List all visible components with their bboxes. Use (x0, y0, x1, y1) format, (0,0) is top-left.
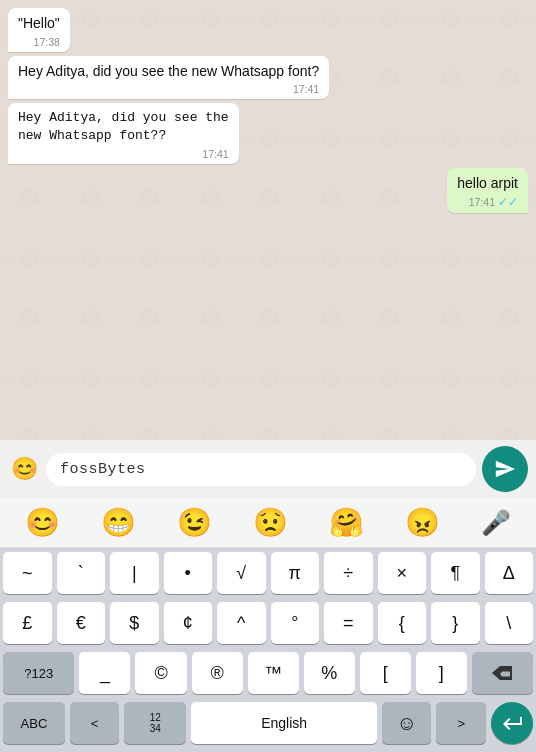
key-pi[interactable]: π (271, 552, 320, 594)
input-bar: 😊 (0, 439, 536, 498)
key-backslash[interactable]: \ (485, 602, 534, 644)
spacebar-key[interactable]: English (191, 702, 377, 744)
msg-text-1: "Hello" (18, 14, 60, 34)
backspace-key[interactable] (472, 652, 533, 694)
key-pound[interactable]: £ (3, 602, 52, 644)
key-tilde[interactable]: ~ (3, 552, 52, 594)
message-sent-1: hello arpit 17:41 ✓✓ (447, 168, 528, 214)
key-cent[interactable]: ¢ (164, 602, 213, 644)
msg-time-3: 17:41 (202, 148, 228, 160)
key-rbrace[interactable]: } (431, 602, 480, 644)
key-euro[interactable]: € (57, 602, 106, 644)
key-backtick[interactable]: ` (57, 552, 106, 594)
msg-time-2: 17:41 (293, 83, 319, 95)
key-underscore[interactable]: _ (79, 652, 130, 694)
key-gt[interactable]: > (436, 702, 486, 744)
keyboard-row-2: £ € $ ¢ ^ ° = { } \ (0, 598, 536, 648)
msg-ticks-1: ✓✓ (498, 195, 518, 209)
emoji-6[interactable]: 😠 (405, 506, 440, 539)
keyboard: ~ ` | • √ π ÷ × ¶ Δ £ € $ ¢ ^ ° = { } \ … (0, 548, 536, 752)
emoji-1[interactable]: 😊 (25, 506, 60, 539)
chat-area: "Hello" 17:38 Hey Aditya, did you see th… (0, 0, 536, 439)
keyboard-bottom-row: ABC < 1234 English ☺ > (0, 698, 536, 752)
enter-key[interactable] (491, 702, 533, 744)
key-delta[interactable]: Δ (485, 552, 534, 594)
key-lbrace[interactable]: { (378, 602, 427, 644)
message-received-2: Hey Aditya, did you see the new Whatsapp… (8, 56, 329, 100)
emoji-3[interactable]: 😉 (177, 506, 212, 539)
key-lbracket[interactable]: [ (360, 652, 411, 694)
msg-text-2: Hey Aditya, did you see the new Whatsapp… (18, 62, 319, 82)
key-num[interactable]: 1234 (124, 702, 186, 744)
key-dollar[interactable]: $ (110, 602, 159, 644)
key-degree[interactable]: ° (271, 602, 320, 644)
key-123[interactable]: ?123 (3, 652, 74, 694)
msg-time-sent-1: 17:41 (469, 196, 495, 208)
msg-text-3: Hey Aditya, did you see thenew Whatsapp … (18, 109, 229, 145)
key-copyright[interactable]: © (135, 652, 186, 694)
key-divide[interactable]: ÷ (324, 552, 373, 594)
message-received-1: "Hello" 17:38 (8, 8, 70, 52)
key-trademark[interactable]: ™ (248, 652, 299, 694)
key-abc[interactable]: ABC (3, 702, 65, 744)
key-lt[interactable]: < (70, 702, 120, 744)
emoji-button[interactable]: 😊 (8, 453, 40, 485)
key-pilcrow[interactable]: ¶ (431, 552, 480, 594)
keyboard-row-1: ~ ` | • √ π ÷ × ¶ Δ (0, 548, 536, 598)
key-pipe[interactable]: | (110, 552, 159, 594)
key-registered[interactable]: ® (192, 652, 243, 694)
key-times[interactable]: × (378, 552, 427, 594)
mic-button[interactable]: 🎤 (481, 509, 511, 537)
message-received-3: Hey Aditya, did you see thenew Whatsapp … (8, 103, 239, 163)
key-percent[interactable]: % (304, 652, 355, 694)
key-caret[interactable]: ^ (217, 602, 266, 644)
emoji-5[interactable]: 🤗 (329, 506, 364, 539)
message-input[interactable] (46, 453, 476, 486)
emoji-2[interactable]: 😁 (101, 506, 136, 539)
msg-text-sent-1: hello arpit (457, 174, 518, 194)
emoji-4[interactable]: 😟 (253, 506, 288, 539)
emoji-row: 😊 😁 😉 😟 🤗 😠 🎤 (0, 498, 536, 548)
key-rbracket[interactable]: ] (416, 652, 467, 694)
keyboard-row-3: ?123 _ © ® ™ % [ ] (0, 648, 536, 698)
key-bullet[interactable]: • (164, 552, 213, 594)
msg-time-1: 17:38 (34, 36, 60, 48)
key-equals[interactable]: = (324, 602, 373, 644)
key-sqrt[interactable]: √ (217, 552, 266, 594)
send-button[interactable] (482, 446, 528, 492)
keyboard-emoji-key[interactable]: ☺ (382, 702, 432, 744)
